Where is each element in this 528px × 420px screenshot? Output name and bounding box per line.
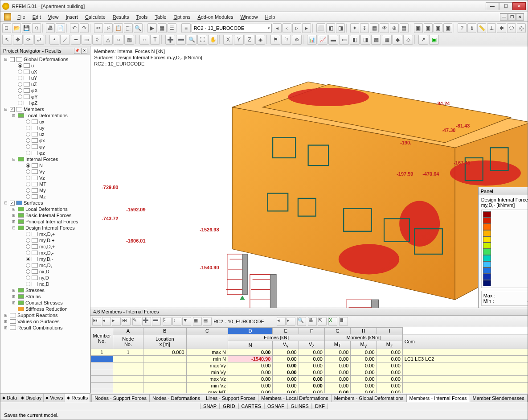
table-export-icon[interactable]: ⇱ — [318, 317, 327, 326]
status-mode-osnap[interactable]: OSNAP — [264, 404, 288, 409]
table-cell[interactable]: 0.00 — [377, 356, 402, 362]
zoom-in-icon[interactable]: ➕ — [165, 35, 175, 45]
tree-radio[interactable] — [26, 257, 30, 261]
tree-radio[interactable] — [26, 282, 30, 286]
table-find-icon[interactable]: 🔍 — [297, 317, 306, 326]
tree-item[interactable]: uZ — [0, 81, 90, 87]
table-nav-next-icon[interactable]: ▸ — [287, 317, 295, 326]
table-cell[interactable]: 0.00 — [299, 376, 324, 383]
tree-radio[interactable] — [26, 169, 30, 174]
tree-item[interactable]: φz — [0, 150, 90, 156]
result10-icon[interactable]: ◇ — [403, 35, 413, 45]
menu-options[interactable]: Options — [170, 13, 194, 21]
save-icon[interactable]: 💾 — [22, 23, 31, 33]
table-cell[interactable]: 0.00 — [228, 362, 273, 369]
table-cell[interactable]: Moments [kNm] — [325, 334, 403, 341]
menu-tools[interactable]: Tools — [132, 13, 151, 21]
table-cell[interactable]: Forces [kN] — [228, 334, 325, 341]
tree-item[interactable]: mc,D,- — [0, 262, 90, 268]
status-mode-grid[interactable]: GRID — [220, 404, 238, 409]
table-cell[interactable]: 0.00 — [299, 383, 324, 389]
mirror-icon[interactable]: ⇄ — [34, 35, 44, 45]
table-cell[interactable]: 0.00 — [228, 376, 273, 383]
table-cell[interactable]: D — [228, 328, 273, 334]
results-panel[interactable]: Panel ✕ Design Internal Forces my,D,- [k… — [478, 187, 528, 308]
table-cell[interactable]: 0.00 — [228, 383, 273, 389]
table-cell[interactable]: 0.000 — [143, 349, 186, 356]
menu-window[interactable]: Window — [237, 13, 262, 21]
table-cell[interactable]: 0.00 — [325, 383, 351, 389]
table-cell[interactable]: Mz — [377, 341, 402, 349]
tree-item[interactable]: ⊞Values on Surfaces — [0, 318, 90, 325]
module4-icon[interactable]: ▣ — [443, 23, 452, 33]
table-excel-icon[interactable]: X — [328, 317, 337, 326]
table-tab[interactable]: Member Slendernesses — [470, 394, 528, 402]
tree-radio[interactable] — [26, 176, 30, 180]
table-del-icon[interactable]: ➖ — [152, 317, 161, 326]
table-cell[interactable]: My — [351, 341, 377, 349]
tree-item[interactable]: φZ — [0, 100, 90, 106]
osnap-toggle-icon[interactable]: ✱ — [497, 23, 506, 33]
result6-icon[interactable]: ◨ — [360, 35, 370, 45]
dimension-icon[interactable]: ↔ — [139, 35, 149, 45]
table-cell[interactable]: max MT — [186, 389, 228, 393]
tree-item[interactable]: Vz — [0, 175, 90, 181]
table-cell[interactable] — [143, 369, 186, 376]
table-cell[interactable] — [143, 383, 186, 389]
table-cell[interactable] — [143, 362, 186, 369]
status-mode-glines[interactable]: GLINES — [288, 404, 312, 409]
status-mode-cartes[interactable]: CARTES — [238, 404, 264, 409]
table-print-icon[interactable]: 🖶 — [308, 317, 317, 326]
table-cell[interactable]: 0.00 — [299, 369, 324, 376]
menu-edit[interactable]: Edit — [29, 13, 45, 21]
table-grid-container[interactable]: MemberNo.ABCDEFGHINodeNo.Locationx [m]Fo… — [90, 327, 528, 393]
table-cell[interactable] — [402, 389, 528, 393]
mdi-close-button[interactable]: ✕ — [516, 13, 524, 21]
viewport-3d[interactable]: Members: Internal Forces N [kN] Surfaces… — [90, 46, 528, 308]
tree-radio[interactable] — [18, 88, 22, 93]
tree-radio[interactable] — [18, 95, 22, 99]
tree-item[interactable]: ⊞Stresses — [0, 287, 90, 293]
status-mode-dxf[interactable]: DXF — [312, 404, 328, 409]
table-cell[interactable]: 0.00 — [351, 349, 377, 356]
results-table[interactable]: MemberNo.ABCDEFGHINodeNo.Locationx [m]Fo… — [90, 327, 528, 393]
table-next-icon[interactable]: ▸ — [112, 317, 121, 326]
result1-icon[interactable]: 📊 — [307, 35, 317, 45]
table-cell[interactable]: Vy — [273, 341, 299, 349]
wireframe-icon[interactable]: ⬜ — [316, 23, 325, 33]
opening-icon[interactable]: ◊ — [92, 35, 102, 45]
surface-icon[interactable]: ▭ — [82, 35, 91, 45]
calculate-icon[interactable]: ▶ — [147, 23, 156, 33]
nav-last-icon[interactable]: ▸ — [302, 23, 311, 33]
tree-item[interactable]: ⊞Result Combinations — [0, 325, 90, 331]
tree-radio[interactable] — [26, 188, 30, 193]
maximize-button[interactable]: ☐ — [499, 2, 512, 10]
tree-item[interactable]: ux — [0, 119, 90, 125]
tree-item[interactable]: ⊞Principal Internal Forces — [0, 218, 90, 225]
table-cell[interactable] — [113, 369, 143, 376]
menu-calculate[interactable]: Calculate — [82, 13, 109, 21]
table-cell[interactable]: 0.00 — [273, 376, 299, 383]
table-cell[interactable] — [91, 376, 113, 383]
sphere-icon[interactable]: ◎ — [517, 23, 526, 33]
table-cell[interactable]: max N — [186, 349, 228, 356]
table-cell[interactable] — [143, 389, 186, 393]
table-cell[interactable]: N — [228, 341, 273, 349]
tree-item[interactable]: uy — [0, 125, 90, 131]
table-add-icon[interactable]: ➕ — [142, 317, 151, 326]
tree-radio[interactable] — [18, 70, 22, 74]
table-cell[interactable]: NodeNo. — [113, 334, 143, 349]
table-cell[interactable] — [143, 356, 186, 362]
color-icon[interactable]: ▣ — [429, 35, 439, 45]
navigator-tab-display[interactable]: ◆Display — [19, 394, 44, 402]
grid-icon[interactable]: ▦ — [370, 23, 379, 33]
tree-radio[interactable] — [18, 101, 22, 105]
table-tab[interactable]: Nodes - Deformations — [149, 394, 203, 402]
nav-next-icon[interactable]: ▹ — [292, 23, 301, 33]
table-cell[interactable]: 0.00 — [228, 349, 273, 356]
tree-checkbox[interactable] — [10, 57, 15, 62]
tree-item[interactable]: uY — [0, 75, 90, 81]
filter1-icon[interactable]: ⚑ — [270, 35, 280, 45]
table-cell[interactable] — [91, 356, 113, 362]
table-cell[interactable]: 1 — [91, 349, 113, 356]
